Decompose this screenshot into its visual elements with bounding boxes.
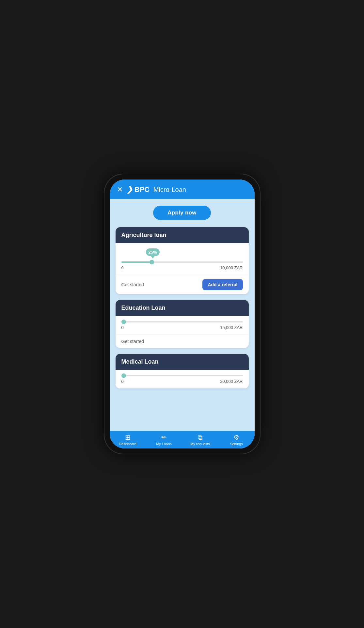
- education-slider-container: [121, 321, 243, 322]
- agriculture-card-body: 25% 0 10,000 ZAR: [116, 243, 249, 275]
- phone-screen: ✕ ❯ BPC Micro-Loan Apply now Agriculture…: [110, 180, 255, 448]
- agriculture-card-footer: Get started Add a referral: [116, 275, 249, 294]
- agriculture-slider-tooltip: 25%: [146, 248, 160, 256]
- medical-loan-card: Medical Loan 0 20,000 ZAR: [116, 354, 249, 388]
- education-slider-thumb[interactable]: [121, 320, 126, 324]
- close-button[interactable]: ✕: [117, 186, 123, 193]
- education-card-body: 0 15,000 ZAR: [116, 316, 249, 335]
- agriculture-loan-title: Agriculture loan: [121, 232, 166, 238]
- nav-label-my-requests: My requests: [190, 442, 210, 446]
- my-loans-icon: ✏: [161, 434, 167, 441]
- my-requests-icon: ⧉: [198, 434, 202, 441]
- add-referral-button[interactable]: Add a referral: [202, 279, 243, 290]
- medical-range-max: 20,000 ZAR: [220, 379, 243, 384]
- education-range-min: 0: [121, 325, 124, 330]
- medical-slider-track[interactable]: [121, 375, 243, 376]
- dashboard-icon: ⊞: [125, 434, 131, 441]
- nav-label-dashboard: Dashboard: [119, 442, 136, 446]
- nav-item-my-requests[interactable]: ⧉ My requests: [182, 434, 218, 446]
- agriculture-card-header: Agriculture loan: [116, 227, 249, 243]
- education-loan-card: Education Loan 0 15,000 ZAR Ge: [116, 300, 249, 348]
- nav-item-my-loans[interactable]: ✏ My Loans: [146, 434, 182, 446]
- education-card-footer: Get started: [116, 335, 249, 348]
- medical-slider-labels: 0 20,000 ZAR: [121, 379, 243, 384]
- nav-item-settings[interactable]: ⚙ Settings: [218, 434, 255, 446]
- nav-label-my-loans: My Loans: [156, 442, 172, 446]
- main-content: Apply now Agriculture loan 25%: [110, 199, 255, 431]
- medical-slider-container: [121, 375, 243, 376]
- nav-item-dashboard[interactable]: ⊞ Dashboard: [110, 434, 146, 446]
- education-slider-track[interactable]: [121, 321, 243, 322]
- medical-card-body: 0 20,000 ZAR: [116, 370, 249, 388]
- app-header: ✕ ❯ BPC Micro-Loan: [110, 180, 255, 199]
- apply-now-section: Apply now: [116, 206, 249, 220]
- medical-slider-thumb[interactable]: [121, 373, 126, 378]
- logo-chevron-icon: ❯: [127, 185, 133, 194]
- education-get-started: Get started: [121, 339, 144, 344]
- agriculture-range-min: 0: [121, 265, 124, 270]
- agriculture-slider-track[interactable]: [121, 261, 243, 263]
- agriculture-slider-fill: [121, 261, 152, 263]
- medical-loan-title: Medical Loan: [121, 358, 159, 365]
- education-range-max: 15,000 ZAR: [220, 325, 243, 330]
- bottom-navigation: ⊞ Dashboard ✏ My Loans ⧉ My requests ⚙ S…: [110, 431, 255, 448]
- education-loan-title: Education Loan: [121, 305, 166, 311]
- agriculture-slider-container: 25%: [121, 248, 243, 263]
- settings-icon: ⚙: [233, 434, 239, 441]
- medical-card-header: Medical Loan: [116, 354, 249, 370]
- education-card-header: Education Loan: [116, 300, 249, 316]
- phone-device: ✕ ❯ BPC Micro-Loan Apply now Agriculture…: [104, 174, 261, 454]
- header-title: Micro-Loan: [153, 186, 186, 194]
- nav-label-settings: Settings: [230, 442, 243, 446]
- apply-now-button[interactable]: Apply now: [153, 206, 211, 220]
- education-slider-labels: 0 15,000 ZAR: [121, 325, 243, 330]
- logo-area: ❯ BPC: [127, 185, 150, 194]
- logo-bpc-text: BPC: [135, 185, 150, 194]
- agriculture-slider-labels: 0 10,000 ZAR: [121, 265, 243, 270]
- medical-range-min: 0: [121, 379, 124, 384]
- agriculture-get-started: Get started: [121, 282, 144, 287]
- agriculture-range-max: 10,000 ZAR: [220, 265, 243, 270]
- agriculture-loan-card: Agriculture loan 25% 0 10,000 ZAR: [116, 227, 249, 294]
- agriculture-slider-thumb[interactable]: [150, 260, 154, 264]
